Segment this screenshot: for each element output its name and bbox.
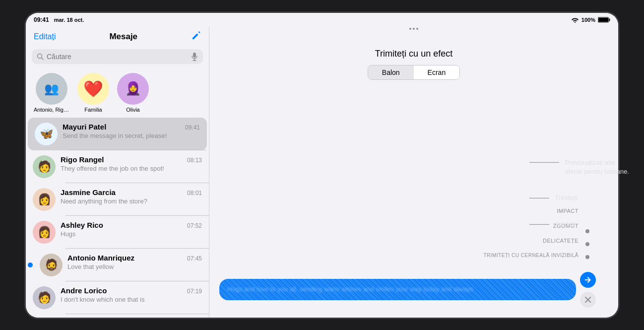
conv-avatar-mayuri: 🦋 [35,123,58,145]
effect-dot-1[interactable] [585,229,589,233]
edit-button[interactable]: Editați [34,32,56,41]
annotations-panel: Previzualizați alte efecte pentru baloan… [529,158,629,228]
effect-tabs: Balon Ecran [368,65,460,80]
status-time: 09:41 [34,16,49,23]
message-bubble: Hugs and love to you all, sending warm w… [219,279,576,300]
svg-rect-5 [193,53,196,58]
effect-dot-2[interactable] [585,242,589,246]
conv-name-andre: Andre Lorico [61,286,107,295]
annotation-text-preview: Previzualizați alte efecte pentru baloan… [565,158,629,176]
pinned-contacts: 👥 Antonio, Rigo &... ❤️ Familia 🧕 Olivia [26,68,209,118]
conv-preview-ashley: Hugs [61,230,170,238]
conv-content-antonio: Antonio Manriquez 07:45 Love that yellow [67,254,202,270]
svg-line-4 [42,58,44,60]
conv-preview-rigo: They offered me the job on the spot! [61,165,170,172]
pinned-avatar-olivia: 🧕 [117,73,149,105]
conv-time-ashley: 07:52 [187,222,202,229]
top-dots [409,28,418,30]
effect-label-invisible: TRIMITEȚI CU CERNEALĂ INVIZIBILĂ [483,253,579,258]
svg-rect-1 [609,18,610,21]
pinned-contact-group[interactable]: 👥 Antonio, Rigo &... [34,73,69,113]
conversation-list: 🦋 Mayuri Patel 09:41 Send the message in… [26,118,209,318]
pinned-avatar-familia: ❤️ [77,73,109,105]
conv-preview-andre: I don't know which one that is [61,296,170,303]
effect-header: Trimiteți cu un efect Balon Ecran [209,27,618,80]
annotation-cancel: Anulați [529,220,629,229]
conv-item-rody[interactable]: 🧑 Rody Albuerne Ieri In an hour [26,314,209,318]
conv-content-ashley: Ashley Rico 07:52 Hugs [61,221,202,238]
bubble-area: Hugs and love to you all, sending warm w… [219,272,596,308]
conv-time-mayuri: 09:41 [185,124,200,131]
conv-preview-jasmine: Need anything from the store? [61,198,170,205]
unread-indicator [28,263,33,267]
pinned-avatar-group: 👥 [36,73,67,105]
conv-item-rigo[interactable]: 🧑 Rigo Rangel 08:13 They offered me the … [26,150,209,183]
pinned-label-olivia: Olivia [126,107,140,113]
pinned-label-familia: Familia [84,107,102,113]
conv-item-antonio[interactable]: 🧔 Antonio Manriquez 07:45 Love that yell… [26,249,209,281]
search-icon [37,53,44,60]
wifi-icon [571,17,579,23]
status-date: mar. 18 oct. [54,17,84,23]
conv-item-andre[interactable]: 🧑 Andre Lorico 07:19 I don't know which … [26,281,209,314]
conv-name-mayuri: Mayuri Patel [63,123,106,131]
messages-title: Mesaje [109,32,137,42]
svg-rect-2 [598,18,608,22]
bubble-action-buttons [580,272,596,308]
left-panel: Editați Mesaje [26,13,209,318]
conv-avatar-andre: 🧑 [33,286,56,309]
conv-content-mayuri: Mayuri Patel 09:41 Send the message in s… [63,123,200,139]
conv-content-jasmine: Jasmine Garcia 08:01 Need anything from … [61,188,202,205]
effect-dots [585,229,589,259]
conv-avatar-jasmine: 👩 [33,188,56,211]
conv-preview-mayuri: Send the message in secret, please! [63,132,172,139]
conv-time-rigo: 08:13 [187,157,202,164]
conv-content-rigo: Rigo Rangel 08:13 They offered me the jo… [61,155,202,172]
pinned-label-group: Antonio, Rigo &... [34,107,69,113]
conv-preview-antonio: Love that yellow [67,263,177,270]
cancel-button[interactable] [580,292,596,308]
conv-time-jasmine: 08:01 [187,190,202,197]
search-bar[interactable] [32,49,203,64]
conv-item-mayuri[interactable]: 🦋 Mayuri Patel 09:41 Send the message in… [28,118,207,150]
conv-name-antonio: Antonio Manriquez [67,254,134,262]
search-input[interactable] [47,53,188,61]
bubble-text: Hugs and love to you all, sending warm w… [227,285,568,294]
tab-balon[interactable]: Balon [368,66,414,79]
conv-time-andre: 07:19 [187,288,202,295]
effect-dot-3[interactable] [585,255,589,259]
annotation-preview: Previzualizați alte efecte pentru baloan… [529,158,629,176]
conv-name-ashley: Ashley Rico [61,221,103,229]
tab-ecran[interactable]: Ecran [414,66,460,79]
pinned-contact-familia[interactable]: ❤️ Familia [77,73,109,113]
send-button[interactable] [580,272,596,288]
conv-item-ashley[interactable]: 👩 Ashley Rico 07:52 Hugs [26,216,209,249]
conv-avatar-rigo: 🧑 [33,155,56,178]
conv-item-jasmine[interactable]: 👩 Jasmine Garcia 08:01 Need anything fro… [26,183,209,216]
mic-icon [191,52,198,61]
conv-time-antonio: 07:45 [187,255,202,262]
conv-name-jasmine: Jasmine Garcia [61,188,116,197]
annotation-text-cancel: Anulați [555,220,575,229]
annotation-text-send: Trimiteți [555,194,578,202]
messages-header: Editați Mesaje [26,27,209,45]
status-bar: 09:41 mar. 18 oct. 100% [26,13,618,27]
conv-content-andre: Andre Lorico 07:19 I don't know which on… [61,286,202,303]
conv-avatar-antonio: 🧔 [40,254,63,276]
conv-name-rigo: Rigo Rangel [61,155,104,164]
pinned-contact-olivia[interactable]: 🧕 Olivia [117,73,149,113]
battery-icon [598,17,610,23]
annotation-send: Trimiteți [529,194,629,202]
compose-button[interactable] [191,31,201,43]
conv-avatar-ashley: 👩 [33,221,56,244]
battery-level: 100% [581,17,595,23]
effect-label-delicatete: DELICATEȚE [543,238,579,244]
effect-title: Trimiteți cu un efect [375,49,452,59]
